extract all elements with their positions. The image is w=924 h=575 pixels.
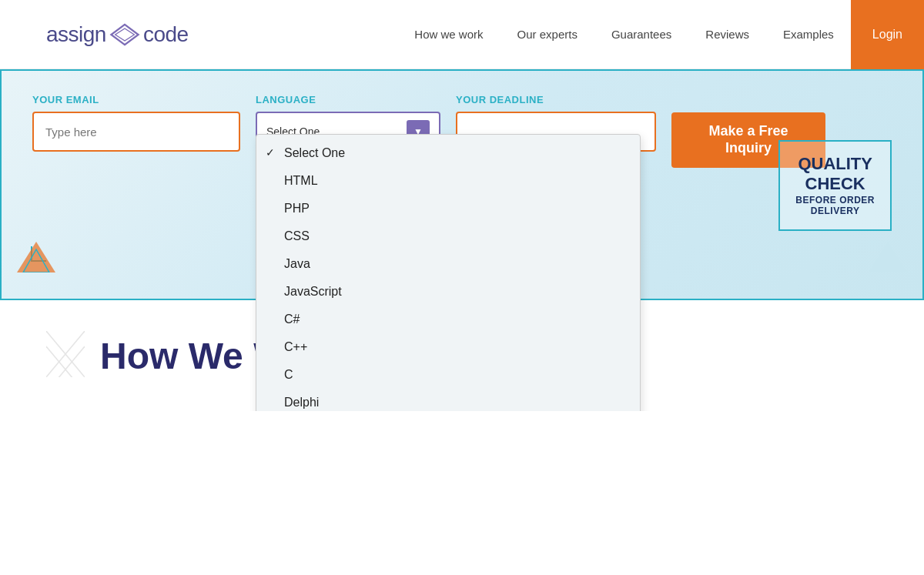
nav-reviews[interactable]: Reviews <box>688 0 766 69</box>
email-field-group: YOUR EMAIL <box>32 94 240 152</box>
main-nav: How we work Our experts Guarantees Revie… <box>397 0 924 69</box>
logo: assign code <box>46 22 189 47</box>
email-input[interactable] <box>32 112 240 152</box>
dropdown-option-6[interactable]: C# <box>256 306 640 333</box>
triangle-decoration-right <box>869 242 907 276</box>
quality-line3: BEFORE ORDER <box>795 195 875 206</box>
quality-line2: CHECK <box>795 174 875 194</box>
svg-marker-4 <box>869 242 907 272</box>
dropdown-option-3[interactable]: CSS <box>256 222 640 250</box>
nav-how-we-work[interactable]: How we work <box>397 0 500 69</box>
dropdown-option-0[interactable]: Select One <box>256 139 640 167</box>
quality-line4: DELIVERY <box>795 206 875 216</box>
header: assign code How we work Our experts Guar… <box>0 0 924 69</box>
dropdown-option-4[interactable]: Java <box>256 250 640 278</box>
svg-line-7 <box>46 346 85 377</box>
triangle-decoration-left <box>17 242 55 276</box>
x-pattern-decoration <box>46 331 85 380</box>
dropdown-option-1[interactable]: HTML <box>256 167 640 195</box>
dropdown-option-7[interactable]: C++ <box>256 333 640 361</box>
dropdown-option-2[interactable]: PHP <box>256 195 640 222</box>
logo-text-right: code <box>143 22 189 47</box>
language-label: LANGUAGE <box>256 94 440 105</box>
deadline-label: YOUR DEADLINE <box>456 94 656 105</box>
logo-text-left: assign <box>46 22 106 47</box>
dropdown-option-5[interactable]: JavaScript <box>256 278 640 306</box>
svg-marker-2 <box>17 242 55 272</box>
quality-line1: QUALITY <box>795 154 875 174</box>
dropdown-option-8[interactable]: C <box>256 361 640 389</box>
email-label: YOUR EMAIL <box>32 94 240 105</box>
quality-check-box: QUALITY CHECK BEFORE ORDER DELIVERY <box>778 140 892 231</box>
dropdown-option-9[interactable]: Delphi <box>256 389 640 411</box>
hero-form-wrapper: YOUR EMAIL LANGUAGE Select One ▼ Select … <box>0 69 924 300</box>
login-button[interactable]: Login <box>851 0 924 69</box>
form-row: YOUR EMAIL LANGUAGE Select One ▼ Select … <box>32 94 892 168</box>
nav-examples[interactable]: Examples <box>766 0 851 69</box>
language-field-group: LANGUAGE Select One ▼ Select OneHTMLPHPC… <box>256 94 440 152</box>
svg-line-8 <box>46 346 85 377</box>
language-dropdown: Select OneHTMLPHPCSSJavaJavaScriptC#C++C… <box>256 134 641 411</box>
nav-our-experts[interactable]: Our experts <box>500 0 594 69</box>
nav-guarantees[interactable]: Guarantees <box>594 0 688 69</box>
logo-icon <box>109 23 140 46</box>
